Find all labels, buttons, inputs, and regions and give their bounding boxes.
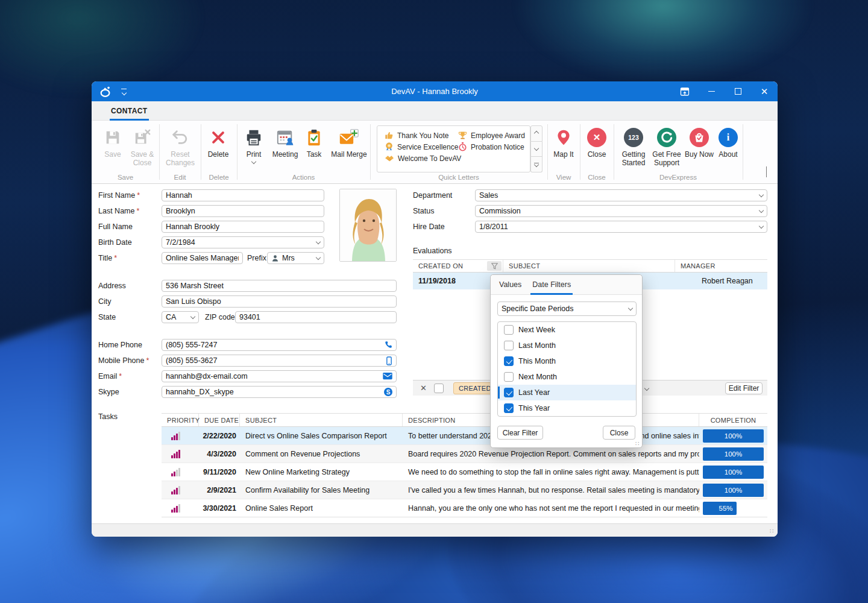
status-label: Status xyxy=(413,205,434,217)
save-close-icon xyxy=(133,127,151,148)
city-label: City xyxy=(98,295,112,308)
ribbon-collapse-button[interactable] xyxy=(766,166,767,177)
email-field[interactable] xyxy=(162,370,397,382)
city-field[interactable] xyxy=(162,295,397,308)
department-dropdown[interactable]: Sales xyxy=(475,189,767,201)
evaluations-col-manager[interactable]: MANAGER xyxy=(675,260,767,272)
print-button[interactable]: Print xyxy=(239,124,268,172)
task-due-date: 9/11/2020 xyxy=(199,463,240,481)
getting-started-button[interactable]: 123 Getting Started xyxy=(617,124,650,172)
mail-merge-button[interactable]: Mail Merge xyxy=(327,124,371,172)
last-name-field[interactable] xyxy=(162,205,324,217)
task-row[interactable]: 4/3/2020 Comment on Revenue Projections … xyxy=(162,445,767,463)
created-on-filter-button[interactable] xyxy=(487,261,502,271)
group-label-view: View xyxy=(547,174,580,181)
evaluations-col-created-on[interactable]: CREATED ON xyxy=(413,260,503,272)
quick-letter-service-excellence[interactable]: Service Excellence xyxy=(385,141,458,153)
address-label: Address xyxy=(98,280,126,292)
print-icon xyxy=(245,127,263,148)
skype-field[interactable] xyxy=(162,386,397,398)
birth-date-picker[interactable]: 7/2/1984 xyxy=(162,236,324,248)
state-dropdown[interactable]: CA xyxy=(162,311,199,323)
home-phone-label: Home Phone xyxy=(98,339,142,351)
clear-filter-button[interactable]: Clear Filter xyxy=(497,426,543,440)
popup-resize-grip[interactable]: ∷ xyxy=(635,440,640,447)
checkbox[interactable] xyxy=(504,325,514,335)
tasks-col-due-date[interactable]: DUE DATE xyxy=(199,414,240,426)
app-window: DevAV - Hannah Brookly ✕ CONTACT xyxy=(92,81,778,537)
titlebar[interactable]: DevAV - Hannah Brookly ✕ xyxy=(92,81,778,101)
option-next-month[interactable]: Next Month xyxy=(498,369,636,385)
prefix-dropdown[interactable]: Mrs xyxy=(267,252,324,264)
tasks-col-priority[interactable]: PRIORITY xyxy=(162,414,199,426)
option-last-month[interactable]: Last Month xyxy=(498,338,636,353)
close-record-button[interactable]: ✕ Close xyxy=(581,124,612,172)
option-last-year[interactable]: Last Year xyxy=(498,385,636,400)
first-name-field[interactable] xyxy=(162,189,324,201)
full-name-field[interactable] xyxy=(162,221,324,233)
hire-date-picker[interactable]: 1/8/2011 xyxy=(475,221,767,233)
quick-letters-more-button[interactable] xyxy=(530,157,542,172)
title-field[interactable] xyxy=(162,252,243,264)
quick-letter-employee-award[interactable]: Employee Award xyxy=(458,130,525,141)
funnel-icon xyxy=(491,263,498,270)
quick-letter-thank-you-note[interactable]: Thank You Note xyxy=(385,130,448,141)
checkbox[interactable] xyxy=(504,372,514,382)
zip-field[interactable] xyxy=(235,311,397,323)
reset-icon xyxy=(171,127,189,148)
task-button[interactable]: Task xyxy=(302,124,326,172)
mobile-phone-field[interactable] xyxy=(162,355,397,367)
map-it-button[interactable]: Map It xyxy=(547,124,580,172)
get-free-support-button[interactable]: Get Free Support xyxy=(650,124,684,172)
task-due-date: 4/3/2020 xyxy=(199,445,240,463)
remove-filter-icon[interactable]: ✕ xyxy=(420,384,427,393)
window-resize-grip[interactable]: ∷ xyxy=(770,528,774,534)
tab-contact[interactable]: CONTACT xyxy=(111,101,148,121)
checkbox[interactable] xyxy=(504,388,514,397)
meeting-button[interactable]: Meeting xyxy=(268,124,302,172)
checkbox[interactable] xyxy=(504,341,514,350)
task-row[interactable]: 2/9/2021 Confirm Availability for Sales … xyxy=(162,481,767,499)
buy-now-button[interactable]: Buy Now xyxy=(684,124,715,172)
handshake-icon xyxy=(385,154,394,163)
quick-letter-welcome-to-devav[interactable]: Welcome To DevAV xyxy=(385,153,461,164)
filter-history-chevron-icon[interactable] xyxy=(644,385,649,390)
task-row[interactable]: 2/22/2020 Direct vs Online Sales Compari… xyxy=(162,427,767,445)
delete-button[interactable]: Delete xyxy=(201,124,235,172)
option-this-year[interactable]: This Year xyxy=(498,400,636,416)
tab-values[interactable]: Values xyxy=(499,275,521,295)
quick-letters-scroll xyxy=(530,125,542,172)
task-subject: New Online Marketing Strategy xyxy=(240,463,403,481)
reset-changes-button[interactable]: Reset Changes xyxy=(163,124,198,172)
chevron-down-icon xyxy=(534,145,539,150)
phone-icon xyxy=(383,340,394,350)
group-label-save: Save xyxy=(92,174,159,181)
home-phone-field[interactable] xyxy=(162,339,397,351)
quick-letters-scroll-up-button[interactable] xyxy=(530,125,542,142)
checkbox[interactable] xyxy=(504,356,514,366)
quick-letters-scroll-down-button[interactable] xyxy=(530,142,542,157)
save-and-close-button[interactable]: Save & Close xyxy=(127,124,158,172)
address-field[interactable] xyxy=(162,280,397,292)
about-button[interactable]: i About xyxy=(715,124,741,172)
option-this-month[interactable]: This Month xyxy=(498,353,636,369)
status-dropdown[interactable]: Commission xyxy=(475,205,767,217)
edit-filter-button[interactable]: Edit Filter xyxy=(725,382,763,394)
tasks-col-completion[interactable]: COMPLETION xyxy=(699,414,767,426)
tab-date-filters[interactable]: Date Filters xyxy=(532,275,571,295)
chevron-down-icon xyxy=(628,305,633,310)
task-subject: Comment on Revenue Projections xyxy=(240,445,403,463)
filter-enabled-checkbox[interactable] xyxy=(434,384,444,393)
option-next-week[interactable]: Next Week xyxy=(498,322,636,338)
tasks-col-subject[interactable]: SUBJECT xyxy=(240,414,403,426)
date-filter-popup: Values Date Filters Specific Date Period… xyxy=(490,274,643,448)
popup-close-button[interactable]: Close xyxy=(603,426,635,440)
person-icon xyxy=(271,254,279,262)
task-row[interactable]: 3/30/2021 Online Sales Report Hannah, yo… xyxy=(162,499,767,517)
evaluations-col-subject[interactable]: SUBJECT xyxy=(503,260,675,272)
checkbox[interactable] xyxy=(504,403,514,413)
quick-letter-probation-notice[interactable]: Probation Notice xyxy=(458,141,524,153)
save-button[interactable]: Save xyxy=(99,124,127,172)
task-row[interactable]: 9/11/2020 New Online Marketing Strategy … xyxy=(162,463,767,481)
period-dropdown[interactable]: Specific Date Periods xyxy=(497,302,637,316)
